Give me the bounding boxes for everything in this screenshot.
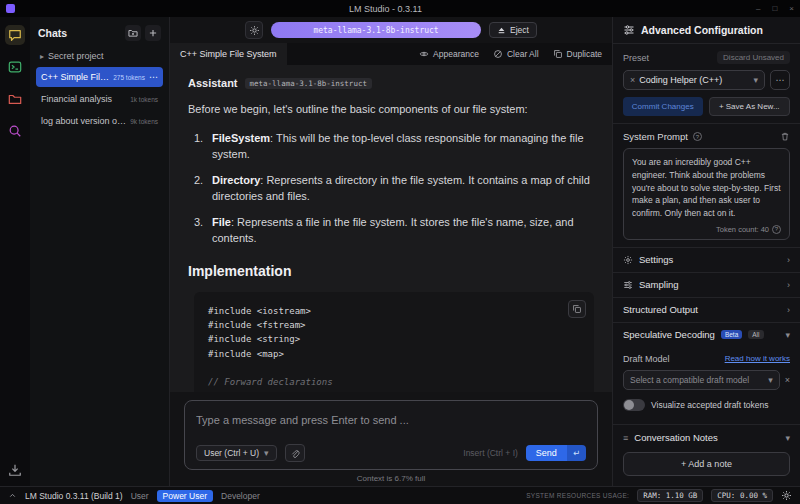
attach-file-button[interactable]: [285, 444, 305, 462]
discover-nav-icon[interactable]: [5, 121, 25, 141]
draft-model-select[interactable]: Select a compatible draft model ▾: [623, 370, 780, 390]
list-number: 3.: [194, 214, 212, 247]
role-selector-button[interactable]: User (Ctrl + U) ▾: [196, 445, 277, 461]
menu-icon: ≡: [623, 433, 628, 443]
draft-model-block: Draft Model Read how it works Select a c…: [613, 347, 800, 418]
list-number: 1.: [194, 130, 212, 163]
visualize-tokens-toggle[interactable]: [623, 399, 645, 411]
help-icon[interactable]: ?: [693, 132, 702, 141]
chat-item-cpp-file-system[interactable]: C++ Simple File System 275 tokens ⋯: [36, 67, 163, 87]
chat-title: log about version of ...: [41, 116, 126, 126]
chevron-down-icon: ▾: [785, 330, 790, 340]
status-bar: LM Studio 0.3.11 (Build 1) User Power Us…: [0, 486, 800, 504]
loaded-model-pill[interactable]: meta-llama-3.1-8b-instruct: [271, 22, 481, 38]
eject-icon: [497, 26, 506, 35]
return-key-icon: ↵: [567, 445, 586, 461]
code-line: [208, 361, 580, 375]
settings-gear-icon[interactable]: [781, 490, 792, 501]
system-prompt-text: You are an incredibly good C++ engineer.…: [632, 156, 781, 220]
chat-token-count: 1k tokens: [130, 96, 158, 103]
chevron-up-icon[interactable]: [8, 491, 17, 500]
appearance-button[interactable]: Appearance: [419, 49, 479, 59]
clear-draft-icon[interactable]: ×: [785, 375, 790, 385]
list-term: File: [212, 216, 231, 228]
gear-icon: [623, 255, 633, 265]
mode-power-user[interactable]: Power User: [157, 490, 213, 502]
add-note-button[interactable]: + Add a note: [623, 452, 790, 476]
chats-sidebar: Chats ▸ Secret project C++ Simple File S…: [30, 17, 170, 486]
save-as-new-button[interactable]: + Save As New...: [709, 97, 791, 116]
section-label: Settings: [639, 254, 673, 265]
system-prompt-box[interactable]: You are an incredibly good C++ engineer.…: [623, 148, 790, 240]
new-folder-button[interactable]: [125, 25, 141, 41]
window-title: LM Studio - 0.3.11: [15, 4, 756, 14]
copy-code-button[interactable]: [568, 300, 586, 318]
preset-name: Coding Helper (C++): [639, 75, 749, 85]
section-sampling[interactable]: Sampling ›: [613, 272, 800, 297]
chat-transcript: Assistant meta-llama-3.1-8b-instruct Bef…: [170, 65, 612, 392]
my-models-nav-icon[interactable]: [5, 89, 25, 109]
message-input[interactable]: [196, 414, 586, 426]
chevron-right-icon: ›: [787, 255, 790, 265]
preset-menu-button[interactable]: ⋯: [770, 70, 790, 90]
chat-item-financial-analysis[interactable]: Financial analysis 1k tokens: [36, 89, 163, 109]
resources-usage-label: SYSTEM RESOURCES USAGE:: [526, 492, 629, 499]
folder-secret-project[interactable]: ▸ Secret project: [36, 49, 163, 67]
read-how-it-works-link[interactable]: Read how it works: [725, 354, 790, 363]
chevron-down-icon: ▾: [264, 448, 269, 458]
clear-preset-icon[interactable]: ×: [630, 75, 635, 85]
discard-unsaved-button[interactable]: Discard Unsaved: [717, 51, 790, 64]
conversation-notes-header[interactable]: ≡ Conversation Notes ▾: [613, 424, 800, 450]
maximize-icon[interactable]: □: [772, 5, 777, 13]
developer-nav-icon[interactable]: [5, 57, 25, 77]
titlebar: LM Studio - 0.3.11 – □ ×: [0, 0, 800, 17]
advanced-configuration-panel: Advanced Configuration Preset Discard Un…: [612, 17, 800, 486]
draft-model-label: Draft Model: [623, 354, 670, 364]
downloads-icon[interactable]: [5, 460, 25, 480]
duplicate-button[interactable]: Duplicate: [553, 49, 602, 59]
eject-model-button[interactable]: Eject: [489, 22, 537, 38]
model-settings-gear-icon[interactable]: [245, 21, 263, 39]
app-version-label[interactable]: LM Studio 0.3.11 (Build 1): [25, 491, 123, 501]
trash-icon[interactable]: [780, 131, 790, 142]
chat-nav-icon[interactable]: [5, 25, 25, 45]
info-icon: ?: [772, 225, 781, 234]
active-chat-tab[interactable]: C++ Simple File System: [170, 43, 287, 65]
preset-selector[interactable]: × Coding Helper (C++) ▾: [623, 70, 765, 90]
close-icon[interactable]: ×: [789, 5, 794, 13]
chevron-right-icon: ›: [787, 305, 790, 315]
code-line: #include <map>: [208, 347, 580, 361]
list-number: 2.: [194, 172, 212, 205]
preset-block: Preset Discard Unsaved × Coding Helper (…: [613, 44, 800, 123]
section-label: Sampling: [639, 279, 679, 290]
all-badge: All: [748, 330, 763, 339]
section-structured-output[interactable]: Structured Output ›: [613, 297, 800, 322]
duplicate-icon: [553, 49, 563, 59]
system-prompt-label: System Prompt: [623, 131, 688, 142]
beta-badge: Beta: [721, 330, 742, 339]
section-settings[interactable]: Settings ›: [613, 247, 800, 272]
code-line: #include <iostream>: [208, 304, 580, 318]
mode-developer[interactable]: Developer: [221, 491, 260, 501]
sliders-icon: [623, 280, 633, 290]
minimize-icon[interactable]: –: [756, 5, 760, 13]
clear-all-button[interactable]: Clear All: [493, 49, 539, 59]
clear-all-label: Clear All: [507, 49, 539, 59]
section-speculative-decoding[interactable]: Speculative Decoding Beta All ▾: [613, 322, 800, 347]
send-label: Send: [526, 445, 567, 461]
mode-user[interactable]: User: [131, 491, 149, 501]
insert-shortcut-label[interactable]: Insert (Ctrl + I): [463, 448, 518, 458]
chat-title: Financial analysis: [41, 94, 126, 104]
chat-menu-icon[interactable]: ⋯: [149, 72, 158, 82]
code-line: // Forward declarations: [208, 375, 580, 389]
system-prompt-block: System Prompt ? You are an incredibly go…: [613, 123, 800, 247]
draft-model-placeholder: Select a compatible draft model: [630, 375, 764, 385]
chat-item-log-version[interactable]: log about version of ... 9k tokens: [36, 111, 163, 131]
new-chat-button[interactable]: [145, 25, 161, 41]
list-desc: : Represents a directory in the file sys…: [212, 174, 590, 203]
commit-changes-button[interactable]: Commit Changes: [623, 97, 703, 116]
list-term: FileSystem: [212, 132, 270, 144]
code-block: #include <iostream>#include <fstream>#in…: [194, 292, 594, 393]
folder-label: Secret project: [48, 51, 104, 61]
send-button[interactable]: Send ↵: [526, 445, 586, 461]
